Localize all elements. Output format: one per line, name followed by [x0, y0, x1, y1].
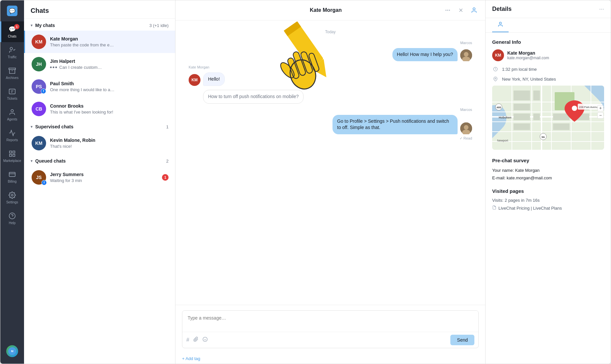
agents-icon [8, 108, 16, 116]
svg-text:Newport: Newport [497, 139, 508, 142]
avatar: CB [32, 102, 46, 116]
svg-text:Hoboken: Hoboken [499, 116, 512, 119]
avatar: KM [32, 136, 46, 150]
page-name: LiveChat Pricing | LiveChat Plans [498, 206, 562, 211]
attachment-icon[interactable] [193, 337, 199, 343]
svg-point-43 [464, 125, 468, 130]
facebook-badge: f [41, 180, 47, 185]
message-group-customer-2: How to turn off push notifications on mo… [189, 90, 472, 104]
chat-item-connor-brooks[interactable]: CB Connor Brooks This is what I've been … [24, 98, 175, 120]
sidebar-item-marketplace[interactable]: Marketplace [0, 146, 24, 167]
chat-header: Kate Morgan [175, 0, 485, 20]
sidebar-item-chats[interactable]: 💬 Chats 1 [0, 21, 24, 42]
sidebar-item-settings[interactable]: Settings [0, 187, 24, 208]
customer-avatar-right: KM [492, 49, 504, 61]
tab-person[interactable] [492, 18, 509, 32]
map-placeholder: 495 9A Hoboken Newport 228 Park Avenue S… [492, 86, 604, 150]
svg-point-23 [473, 8, 475, 10]
my-chats-chevron: ▾ [31, 23, 33, 28]
general-info-section: General Info KM Kate Morgan kate.morgan@… [492, 39, 604, 150]
traffic-icon [8, 46, 16, 54]
customer-name: Kate Morgan [507, 50, 549, 56]
typing-dot [55, 66, 57, 68]
location-row: New York, NY, United States [492, 76, 604, 82]
my-chats-section-header[interactable]: ▾ My chats 3 (+1 idle) [24, 19, 175, 31]
message-bubble: Go to Profile > Settings > Push notifica… [332, 115, 458, 134]
sidebar-item-traffic[interactable]: Traffic [0, 42, 24, 63]
chat-info: Paul Smith One more thing I would like t… [50, 81, 169, 92]
svg-point-81 [572, 106, 577, 111]
sidebar-item-agents[interactable]: Agents [0, 104, 24, 125]
details-content: General Info KM Kate Morgan kate.morgan@… [486, 33, 611, 364]
archives-icon [8, 67, 16, 75]
chat-info: Jim Halpert Can I create custom… [50, 59, 169, 70]
hashtag-icon[interactable]: # [186, 337, 189, 343]
add-tag-button[interactable]: + Add tag [175, 353, 485, 364]
settings-icon [8, 191, 16, 199]
sidebar-item-help[interactable]: Help [0, 208, 24, 229]
svg-point-18 [445, 10, 446, 11]
svg-point-13 [11, 194, 13, 196]
reports-icon [8, 129, 16, 137]
user-info-button[interactable] [469, 6, 479, 15]
emoji-icon[interactable] [202, 337, 208, 343]
location: New York, NY, United States [502, 77, 556, 82]
chat-item-jim-halpert[interactable]: JH Jim Halpert Can I create custom… [24, 53, 175, 75]
chat-item-jerry-summers[interactable]: JS f Jerry Summers Waiting for 3 min 1 [24, 166, 175, 189]
page-link: LiveChat Pricing | LiveChat Plans [492, 205, 604, 211]
chat-preview: Waiting for 3 min [50, 178, 158, 183]
agent-avatar [460, 49, 472, 61]
chat-item-kate-morgan[interactable]: KM Kate Morgan Then paste the code from … [24, 31, 175, 53]
chat-name: Jerry Summers [50, 172, 158, 177]
message-bubble: Hello! How may I help you? [392, 48, 458, 61]
typing-dot [50, 66, 52, 68]
svg-rect-69 [514, 123, 530, 130]
queued-chats-count: 2 [166, 159, 169, 164]
visited-pages-title: Visited pages [492, 188, 604, 194]
avatar: JH [32, 57, 46, 71]
chat-info: Kate Morgan Then paste the code from the… [50, 36, 169, 47]
queued-chats-section-header[interactable]: ▾ Queued chats 2 [24, 154, 175, 166]
general-info-title: General Info [492, 39, 604, 45]
location-icon [492, 76, 499, 82]
svg-text:M: M [11, 350, 13, 353]
sidebar-item-label: Tickets [7, 97, 17, 100]
sidebar-item-tickets[interactable]: Tickets [0, 84, 24, 104]
sidebar-item-label: Traffic [8, 55, 16, 59]
details-header: Details ··· [486, 0, 611, 18]
more-options-button[interactable] [443, 6, 452, 15]
message-sender: Kate Morgan [189, 65, 209, 69]
sidebar-item-reports[interactable]: Reports [0, 125, 24, 146]
customer-contact-info: Kate Morgan kate.morgan@mail.com [507, 50, 549, 60]
app-logo: 💬 [7, 6, 17, 16]
chat-info: Connor Brooks This is what I've been loo… [50, 103, 169, 115]
svg-point-14 [9, 213, 15, 219]
details-more-button[interactable]: ··· [599, 6, 604, 13]
chat-item-kevin-malone[interactable]: KM Kevin Malone, Robin That's nice! [24, 132, 175, 154]
avatar: PS f [32, 79, 46, 94]
details-tabs [486, 18, 611, 33]
chat-name: Kevin Malone, Robin [50, 138, 169, 143]
user-avatar-nav[interactable]: M [0, 341, 24, 364]
avatar: KM [32, 35, 46, 49]
chat-item-paul-smith[interactable]: PS f Paul Smith One more thing I would l… [24, 75, 175, 98]
chat-info: Jerry Summers Waiting for 3 min [50, 172, 158, 183]
supervised-chats-section-header[interactable]: ▾ Supervised chats 1 [24, 120, 175, 132]
message-input[interactable] [182, 311, 478, 330]
visits-info: Visits: 2 pages in 7m 16s [492, 198, 604, 203]
svg-rect-3 [9, 89, 15, 94]
svg-rect-72 [553, 123, 570, 130]
close-chat-button[interactable] [456, 6, 465, 15]
read-status: ✓ Read [460, 136, 472, 141]
avatar: JS f [32, 170, 46, 185]
details-title: Details [492, 6, 599, 13]
chat-input-area: # Send [175, 305, 485, 353]
message-sender-row: Go to Profile > Settings > Push notifica… [332, 115, 472, 134]
svg-rect-1 [9, 68, 15, 70]
send-button[interactable]: Send [450, 335, 474, 345]
date-divider: Today [189, 30, 472, 34]
svg-rect-70 [533, 114, 540, 120]
svg-point-0 [10, 47, 13, 50]
sidebar-item-archives[interactable]: Archives [0, 63, 24, 84]
sidebar-item-billing[interactable]: Billing [0, 167, 24, 187]
